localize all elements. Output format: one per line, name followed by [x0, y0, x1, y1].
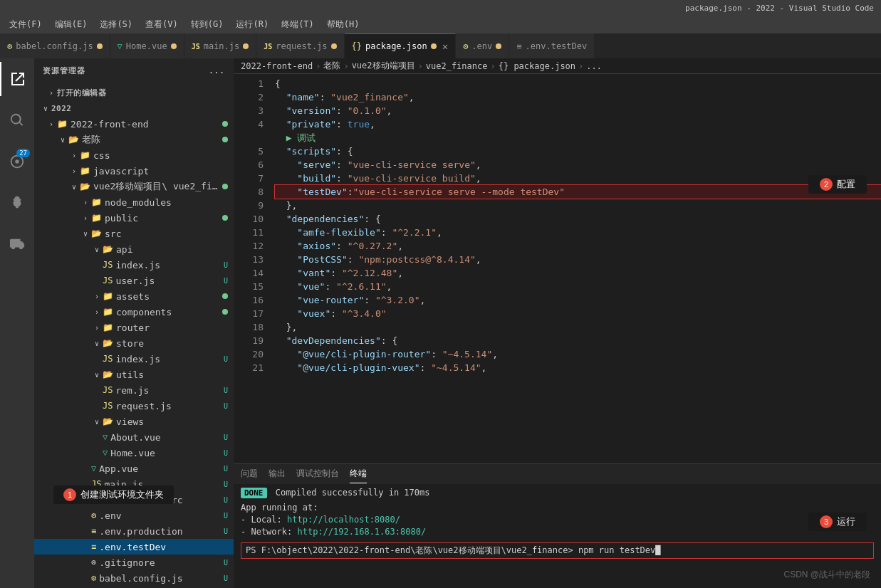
js-file-icon: JS [103, 260, 113, 270]
menu-select[interactable]: 选择(S) [94, 17, 138, 32]
components-arrow: › [91, 308, 103, 316]
root-2022-arrow: ∨ [40, 105, 51, 112]
activity-git[interactable]: 27 [0, 145, 34, 179]
tree-components[interactable]: › 📁 components [34, 304, 234, 320]
local-url[interactable]: http://localhost:8080/ [287, 515, 400, 525]
panel-tab-output[interactable]: 输出 [269, 465, 286, 483]
panel-tab-debug-console[interactable]: 调试控制台 [296, 465, 339, 483]
sidebar-actions[interactable]: ... [209, 66, 225, 75]
callout-3-container: 3 运行 [808, 513, 867, 531]
code-line-debug[interactable]: ▶ 调试 [275, 131, 881, 145]
tab-package-close[interactable]: ✕ [442, 41, 448, 52]
breadcrumb-part5[interactable]: {} package.json [499, 61, 575, 71]
menu-bar: 文件(F) 编辑(E) 选择(S) 查看(V) 转到(G) 运行(R) 终端(T… [0, 16, 881, 33]
tree-router[interactable]: › 📁 router [34, 320, 234, 335]
callout-1-container: 1 创建测试环境文件夹 [53, 485, 174, 504]
tree-babel-config[interactable]: ⚙ babel.config.js U [34, 570, 234, 586]
tree-css[interactable]: › 📁 css [34, 147, 234, 163]
tree-env-production[interactable]: ≡ .env.production U [34, 523, 234, 539]
activity-search[interactable] [0, 103, 34, 137]
breadcrumb-part3[interactable]: vue2移动端项目 [352, 60, 415, 72]
request-js-badge: U [224, 402, 228, 410]
terminal-command-box[interactable]: PS F:\object\2022\2022-front-end\老陈\vue2… [241, 542, 874, 559]
views-icon: 📂 [103, 416, 113, 426]
utils-icon: 📂 [103, 369, 113, 379]
terminal-command-text: PS F:\object\2022\2022-front-end\老陈\vue2… [246, 545, 655, 555]
tab-env[interactable]: ⚙ .env [456, 33, 509, 58]
tree-home-vue[interactable]: ▽ Home.vue U [34, 445, 234, 461]
code-content[interactable]: { "name": "vue2_finance", "version": "0.… [269, 74, 881, 463]
code-editor[interactable]: 1 2 3 4 5 6 7 8 9 10 11 12 13 14 15 16 [234, 74, 881, 463]
front-end-arrow: › [46, 120, 57, 128]
tree-index-js-store[interactable]: JS index.js U [34, 351, 234, 367]
tree-node-modules[interactable]: › 📁 node_modules [34, 194, 234, 210]
code-line-21: "@vue/cli-plugin-vuex": "~4.5.14", [275, 361, 881, 374]
code-line-16: "vue-router": "^3.2.0", [275, 293, 881, 307]
menu-help[interactable]: 帮助(H) [321, 17, 365, 32]
sidebar-title: 资源管理器 [43, 65, 85, 76]
watermark-text: CSDN @战斗中的老段 [783, 569, 870, 579]
tree-env[interactable]: ⚙ .env U [34, 508, 234, 523]
tree-vue2project[interactable]: ∨ 📂 vue2移动端项目\ vue2_finance [34, 179, 234, 194]
breadcrumb-sep1: › [316, 61, 320, 71]
breadcrumb-part2[interactable]: 老陈 [323, 60, 340, 72]
rem-badge: U [224, 387, 228, 394]
callout-2: 2 配置 [808, 175, 867, 194]
tree-rem-js[interactable]: JS rem.js U [34, 382, 234, 398]
tree-2022-front-end[interactable]: › 📁 2022-front-end [34, 116, 234, 132]
tree-about-vue[interactable]: ▽ About.vue U [34, 429, 234, 445]
tab-home[interactable]: ▽ Home.vue [110, 33, 184, 58]
breadcrumb-part1[interactable]: 2022-front-end [241, 61, 313, 71]
api-label: api [116, 244, 228, 255]
main-area: 27 资源管理器 ... › 打开的编辑器 ∨ 2022 [0, 58, 881, 588]
tree-views[interactable]: ∨ 📂 views [34, 414, 234, 429]
menu-goto[interactable]: 转到(G) [185, 17, 229, 32]
code-line-7: "build": "vue-cli-service build", [275, 172, 881, 185]
babel-label: babel.config.js [99, 573, 221, 584]
laochen-dot [222, 137, 228, 142]
menu-edit[interactable]: 编辑(E) [49, 17, 93, 32]
tab-babel[interactable]: ⚙ babel.config.js [0, 33, 110, 58]
tree-public[interactable]: › 📁 public [34, 210, 234, 226]
tree-request-js[interactable]: JS request.js U [34, 398, 234, 414]
activity-explorer[interactable] [0, 62, 34, 96]
terminal-compiled-line: DONE Compiled successfully in 170ms [241, 487, 874, 499]
tab-request[interactable]: JS request.js [256, 33, 344, 58]
tab-request-icon: JS [264, 43, 272, 51]
tree-api[interactable]: ∨ 📂 api [34, 241, 234, 257]
panel-tab-problems[interactable]: 问题 [241, 465, 258, 483]
code-line-19: "devDependencies": { [275, 334, 881, 347]
menu-terminal[interactable]: 终端(T) [276, 17, 320, 32]
tree-src[interactable]: ∨ 📂 src [34, 226, 234, 241]
activity-debug[interactable] [0, 186, 34, 220]
panel-tab-terminal[interactable]: 终端 [350, 465, 367, 483]
tab-envtestdev[interactable]: ≡ .env.testDev [509, 33, 595, 58]
tree-index-js-api[interactable]: JS index.js U [34, 257, 234, 273]
breadcrumb-part4[interactable]: vue2_finance [426, 61, 488, 71]
menu-file[interactable]: 文件(F) [4, 17, 48, 32]
tree-user-js[interactable]: JS user.js U [34, 273, 234, 288]
router-arrow: › [91, 324, 103, 332]
code-line-13: "PostCSS": "npm:postcss@^8.4.14", [275, 253, 881, 266]
activity-extensions[interactable] [0, 227, 34, 261]
tab-package[interactable]: {} package.json ✕ [345, 33, 457, 58]
views-arrow: ∨ [91, 418, 103, 426]
tree-assets[interactable]: › 📁 assets [34, 288, 234, 304]
tree-javascript[interactable]: › 📁 javascript [34, 163, 234, 179]
tree-root-2022[interactable]: ∨ 2022 [34, 100, 234, 116]
open-editors-section[interactable]: › 打开的编辑器 [34, 85, 234, 100]
tree-utils[interactable]: ∨ 📂 utils [34, 367, 234, 382]
tree-env-testdev[interactable]: ≡ .env.testDev [34, 539, 234, 555]
menu-run[interactable]: 运行(R) [230, 17, 274, 32]
tree-gitignore[interactable]: ⊗ .gitignore U [34, 555, 234, 570]
tree-store[interactable]: ∨ 📂 store [34, 335, 234, 351]
sidebar-content[interactable]: › 打开的编辑器 ∨ 2022 › 📁 2022-front-end ∨ [34, 83, 234, 588]
network-url[interactable]: http://192.168.1.63:8080/ [297, 527, 426, 537]
activity-bar: 27 [0, 58, 34, 588]
menu-view[interactable]: 查看(V) [140, 17, 184, 32]
home-vue-icon: ▽ [103, 448, 108, 458]
tree-laochen[interactable]: ∨ 📂 老陈 [34, 132, 234, 147]
tree-app-vue[interactable]: ▽ App.vue U [34, 461, 234, 476]
tab-main[interactable]: JS main.js [184, 33, 257, 58]
line-numbers: 1 2 3 4 5 6 7 8 9 10 11 12 13 14 15 16 [234, 74, 269, 463]
